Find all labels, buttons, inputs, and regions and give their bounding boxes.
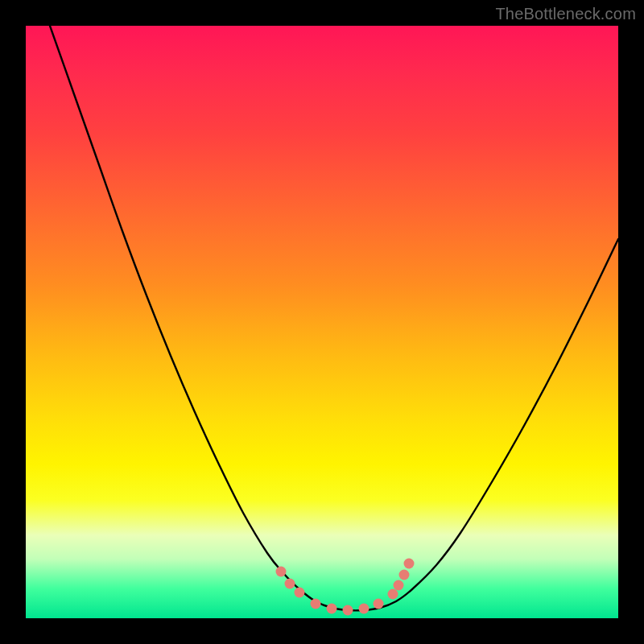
outer-black-frame: TheBottleneck.com bbox=[0, 0, 644, 644]
highlight-dot bbox=[343, 605, 353, 616]
highlight-dot bbox=[374, 599, 384, 609]
highlight-dot bbox=[359, 604, 369, 614]
highlight-dot bbox=[388, 589, 398, 600]
highlight-dot bbox=[399, 570, 410, 580]
highlight-dot bbox=[327, 604, 337, 614]
highlight-dot bbox=[276, 567, 287, 577]
watermark-text: TheBottleneck.com bbox=[495, 5, 636, 23]
bottleneck-curve-svg bbox=[26, 26, 618, 618]
highlight-dot bbox=[394, 580, 404, 591]
highlight-dot bbox=[285, 579, 295, 589]
bottleneck-curve-path bbox=[50, 26, 618, 610]
gradient-plot-area bbox=[26, 26, 618, 618]
highlight-dot bbox=[295, 588, 305, 598]
highlight-dot bbox=[311, 599, 321, 609]
highlight-dot bbox=[404, 559, 415, 569]
